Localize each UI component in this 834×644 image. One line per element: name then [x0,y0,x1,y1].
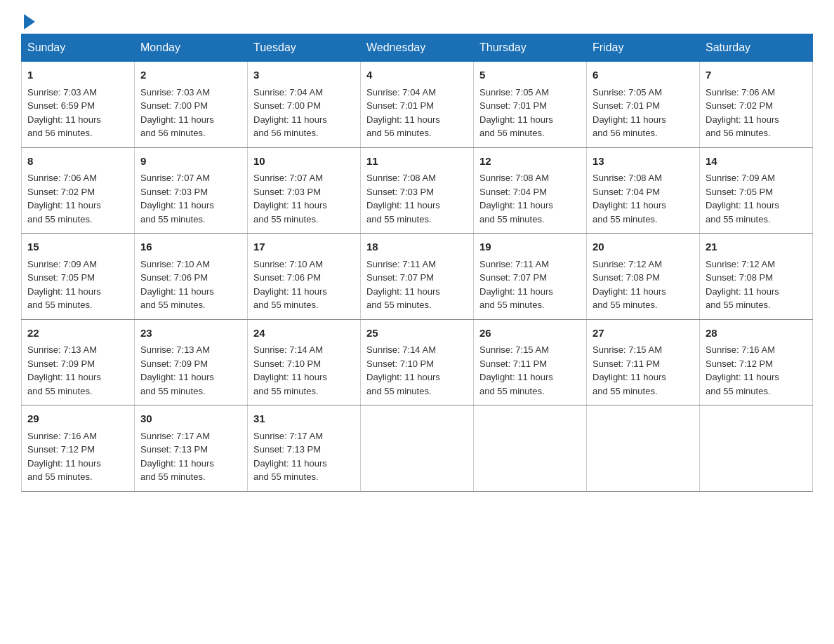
calendar-cell: 1Sunrise: 7:03 AMSunset: 6:59 PMDaylight… [22,62,135,148]
day-info: Sunrise: 7:17 AMSunset: 7:13 PMDaylight:… [253,431,327,483]
day-info: Sunrise: 7:03 AMSunset: 6:59 PMDaylight:… [27,87,101,139]
day-number: 17 [253,239,355,255]
day-info: Sunrise: 7:09 AMSunset: 7:05 PMDaylight:… [706,173,779,224]
day-number: 3 [253,67,355,83]
calendar-cell: 30Sunrise: 7:17 AMSunset: 7:13 PMDayligh… [135,405,248,492]
day-number: 25 [366,326,468,342]
day-number: 4 [366,67,468,83]
calendar-cell: 10Sunrise: 7:07 AMSunset: 7:03 PMDayligh… [248,147,361,234]
calendar-cell: 5Sunrise: 7:05 AMSunset: 7:01 PMDaylight… [474,62,587,148]
day-number: 16 [140,239,241,255]
day-info: Sunrise: 7:11 AMSunset: 7:07 PMDaylight:… [366,259,440,311]
day-header-tuesday: Tuesday [248,34,361,62]
day-info: Sunrise: 7:16 AMSunset: 7:12 PMDaylight:… [27,431,101,483]
calendar-cell: 22Sunrise: 7:13 AMSunset: 7:09 PMDayligh… [22,319,135,405]
calendar-cell: 20Sunrise: 7:12 AMSunset: 7:08 PMDayligh… [587,234,700,320]
day-info: Sunrise: 7:17 AMSunset: 7:13 PMDaylight:… [140,431,214,483]
day-info: Sunrise: 7:07 AMSunset: 7:03 PMDaylight:… [253,173,327,224]
day-header-sunday: Sunday [22,34,135,62]
day-header-friday: Friday [587,34,700,62]
calendar-cell: 9Sunrise: 7:07 AMSunset: 7:03 PMDaylight… [135,147,248,234]
calendar-cell: 19Sunrise: 7:11 AMSunset: 7:07 PMDayligh… [474,234,587,320]
day-info: Sunrise: 7:07 AMSunset: 7:03 PMDaylight:… [140,173,214,224]
calendar-cell [587,405,700,492]
day-number: 20 [593,239,694,255]
day-header-saturday: Saturday [700,34,813,62]
day-number: 2 [140,67,241,83]
day-number: 23 [140,326,241,342]
page-header [21,14,813,27]
day-number: 14 [706,154,807,170]
day-number: 26 [479,326,581,342]
calendar-cell: 27Sunrise: 7:15 AMSunset: 7:11 PMDayligh… [587,319,700,405]
day-number: 6 [593,67,694,83]
day-info: Sunrise: 7:15 AMSunset: 7:11 PMDaylight:… [479,344,553,396]
day-info: Sunrise: 7:06 AMSunset: 7:02 PMDaylight:… [706,87,779,139]
day-number: 21 [706,239,807,255]
calendar-table: SundayMondayTuesdayWednesdayThursdayFrid… [21,34,813,492]
logo-triangle-icon [24,14,35,29]
calendar-cell: 13Sunrise: 7:08 AMSunset: 7:04 PMDayligh… [587,147,700,234]
calendar-cell: 29Sunrise: 7:16 AMSunset: 7:12 PMDayligh… [22,405,135,492]
calendar-cell: 21Sunrise: 7:12 AMSunset: 7:08 PMDayligh… [700,234,813,320]
day-header-thursday: Thursday [474,34,587,62]
day-number: 11 [366,154,468,170]
calendar-cell: 25Sunrise: 7:14 AMSunset: 7:10 PMDayligh… [361,319,474,405]
calendar-cell: 4Sunrise: 7:04 AMSunset: 7:01 PMDaylight… [361,62,474,148]
day-info: Sunrise: 7:10 AMSunset: 7:06 PMDaylight:… [140,259,214,311]
day-number: 8 [27,154,128,170]
day-info: Sunrise: 7:09 AMSunset: 7:05 PMDaylight:… [27,259,101,311]
day-number: 27 [593,326,694,342]
day-info: Sunrise: 7:12 AMSunset: 7:08 PMDaylight:… [706,259,779,311]
day-info: Sunrise: 7:05 AMSunset: 7:01 PMDaylight:… [479,87,553,139]
day-number: 22 [27,326,128,342]
day-info: Sunrise: 7:03 AMSunset: 7:00 PMDaylight:… [140,87,214,139]
calendar-cell: 3Sunrise: 7:04 AMSunset: 7:00 PMDaylight… [248,62,361,148]
day-info: Sunrise: 7:10 AMSunset: 7:06 PMDaylight:… [253,259,327,311]
day-info: Sunrise: 7:16 AMSunset: 7:12 PMDaylight:… [706,344,779,396]
calendar-cell: 28Sunrise: 7:16 AMSunset: 7:12 PMDayligh… [700,319,813,405]
day-number: 31 [253,411,355,427]
day-header-wednesday: Wednesday [361,34,474,62]
day-info: Sunrise: 7:08 AMSunset: 7:04 PMDaylight:… [479,173,553,224]
day-info: Sunrise: 7:08 AMSunset: 7:03 PMDaylight:… [366,173,440,224]
day-info: Sunrise: 7:12 AMSunset: 7:08 PMDaylight:… [593,259,666,311]
day-info: Sunrise: 7:08 AMSunset: 7:04 PMDaylight:… [593,173,666,224]
day-number: 30 [140,411,241,427]
calendar-cell [700,405,813,492]
day-header-monday: Monday [135,34,248,62]
day-number: 7 [706,67,807,83]
day-number: 24 [253,326,355,342]
calendar-cell: 24Sunrise: 7:14 AMSunset: 7:10 PMDayligh… [248,319,361,405]
calendar-week-2: 8Sunrise: 7:06 AMSunset: 7:02 PMDaylight… [22,147,813,234]
calendar-week-5: 29Sunrise: 7:16 AMSunset: 7:12 PMDayligh… [22,405,813,492]
calendar-cell: 23Sunrise: 7:13 AMSunset: 7:09 PMDayligh… [135,319,248,405]
day-info: Sunrise: 7:14 AMSunset: 7:10 PMDaylight:… [366,344,440,396]
calendar-cell: 18Sunrise: 7:11 AMSunset: 7:07 PMDayligh… [361,234,474,320]
calendar-cell: 15Sunrise: 7:09 AMSunset: 7:05 PMDayligh… [22,234,135,320]
logo [21,14,35,27]
calendar-cell: 12Sunrise: 7:08 AMSunset: 7:04 PMDayligh… [474,147,587,234]
day-info: Sunrise: 7:04 AMSunset: 7:00 PMDaylight:… [253,87,327,139]
calendar-cell [361,405,474,492]
calendar-cell: 31Sunrise: 7:17 AMSunset: 7:13 PMDayligh… [248,405,361,492]
day-number: 10 [253,154,355,170]
day-number: 19 [479,239,581,255]
calendar-cell: 16Sunrise: 7:10 AMSunset: 7:06 PMDayligh… [135,234,248,320]
calendar-cell: 17Sunrise: 7:10 AMSunset: 7:06 PMDayligh… [248,234,361,320]
day-number: 1 [27,67,128,83]
calendar-week-3: 15Sunrise: 7:09 AMSunset: 7:05 PMDayligh… [22,234,813,320]
day-info: Sunrise: 7:06 AMSunset: 7:02 PMDaylight:… [27,173,101,224]
calendar-header-row: SundayMondayTuesdayWednesdayThursdayFrid… [22,34,813,62]
calendar-cell: 6Sunrise: 7:05 AMSunset: 7:01 PMDaylight… [587,62,700,148]
day-number: 18 [366,239,468,255]
day-info: Sunrise: 7:04 AMSunset: 7:01 PMDaylight:… [366,87,440,139]
calendar-week-4: 22Sunrise: 7:13 AMSunset: 7:09 PMDayligh… [22,319,813,405]
calendar-cell: 7Sunrise: 7:06 AMSunset: 7:02 PMDaylight… [700,62,813,148]
calendar-week-1: 1Sunrise: 7:03 AMSunset: 6:59 PMDaylight… [22,62,813,148]
day-info: Sunrise: 7:05 AMSunset: 7:01 PMDaylight:… [593,87,666,139]
day-number: 15 [27,239,128,255]
calendar-cell: 2Sunrise: 7:03 AMSunset: 7:00 PMDaylight… [135,62,248,148]
calendar-cell: 14Sunrise: 7:09 AMSunset: 7:05 PMDayligh… [700,147,813,234]
calendar-cell: 26Sunrise: 7:15 AMSunset: 7:11 PMDayligh… [474,319,587,405]
